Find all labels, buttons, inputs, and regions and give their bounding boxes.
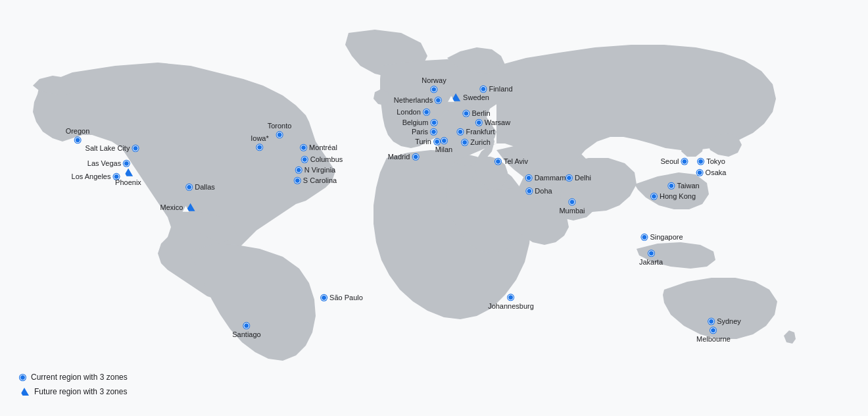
location-label: Iowa* — [251, 134, 269, 143]
location-label: Oregon — [66, 126, 90, 136]
dot-marker — [668, 182, 674, 188]
dot-marker — [244, 323, 250, 328]
location-label: Frankfurt — [466, 127, 494, 136]
map-legend: Current region with 3 zones Future regio… — [20, 373, 128, 396]
location-label: Las Vegas — [87, 159, 121, 168]
dot-marker — [295, 177, 301, 183]
dot-marker — [641, 234, 647, 240]
location-frankfurt: Frankfurt — [457, 127, 494, 136]
location-delhi: Delhi — [566, 173, 591, 182]
dot-marker — [710, 327, 716, 333]
dot-marker — [74, 138, 80, 143]
dot-marker — [435, 97, 441, 103]
legend-future: Future region with 3 zones — [20, 387, 128, 396]
location-label: Tokyo — [706, 157, 725, 166]
location-warsaw: Warsaw — [476, 118, 510, 127]
location-belgium: Belgium — [402, 118, 437, 127]
location-hong-kong: Hong Kong — [651, 192, 696, 201]
dot-marker — [566, 174, 572, 180]
map-container: OregonSalt Lake CityIowa*Las VegasLos An… — [0, 0, 868, 416]
location-label: Delhi — [575, 173, 591, 182]
dot-marker — [431, 119, 437, 125]
dot-marker — [463, 110, 469, 116]
dot-marker — [682, 158, 688, 164]
location-singapore: Singapore — [641, 232, 683, 242]
location-label: Doha — [535, 186, 552, 195]
location-tokyo: Tokyo — [698, 157, 725, 166]
location-osaka: Osaka — [697, 168, 727, 177]
dot-marker — [132, 145, 138, 151]
location-label: Toronto — [268, 121, 292, 130]
dot-marker — [462, 139, 468, 145]
location-label: Taiwan — [677, 181, 699, 190]
location-label: Dammam — [535, 173, 566, 182]
location-dallas: Dallas — [186, 182, 215, 192]
location-norway: Norway — [422, 76, 446, 92]
dot-marker — [257, 145, 263, 151]
location-las-vegas: Las Vegas — [87, 159, 130, 168]
location-label: Norway — [422, 76, 446, 85]
location-mexico: Mexico — [160, 203, 195, 212]
location-netherlands: Netherlands — [394, 95, 441, 105]
dot-marker — [648, 250, 654, 256]
location-salt-lake-city: Salt Lake City — [85, 143, 139, 153]
dot-marker — [431, 87, 437, 93]
location-label: Finland — [489, 84, 512, 93]
dot-marker — [480, 86, 486, 91]
location-sydney: Sydney — [708, 317, 741, 326]
dot-marker — [276, 132, 282, 138]
location-label: Madrid — [388, 152, 410, 161]
location-milan: Milan — [435, 138, 452, 154]
location-label: São Paulo — [329, 293, 363, 302]
location-label: Warsaw — [485, 118, 510, 127]
location-s-carolina: S Carolina — [295, 176, 337, 185]
location-montréal: Montréal — [301, 143, 337, 152]
location-label: Berlin — [471, 109, 490, 118]
location-label: Mumbai — [559, 206, 585, 215]
location-toronto: Toronto — [268, 121, 292, 138]
dot-marker — [412, 153, 418, 159]
dot-marker — [697, 169, 703, 175]
location-label: Johannesburg — [488, 301, 534, 311]
dot-marker — [508, 294, 514, 300]
location-seoul: Seoul — [660, 157, 687, 166]
location-santiago: Santiago — [232, 323, 260, 339]
location-label: Los Angeles — [72, 172, 111, 181]
dot-marker — [698, 158, 704, 164]
triangle-marker — [451, 93, 460, 101]
location-label: Sydney — [717, 317, 741, 326]
dot-marker — [423, 109, 429, 115]
legend-triangle-icon — [20, 388, 29, 396]
location-los-angeles: Los Angeles — [72, 172, 120, 181]
location-label: S Carolina — [303, 176, 337, 185]
location-iowa: Iowa* — [251, 134, 269, 150]
location-sweden: Sweden — [451, 93, 489, 102]
location-label: Osaka — [706, 168, 727, 177]
dot-marker — [526, 188, 532, 194]
location-label: Montréal — [309, 143, 337, 152]
location-label: Salt Lake City — [85, 143, 130, 153]
location-label: Sweden — [463, 93, 489, 102]
location-columbus: Columbus — [302, 155, 343, 164]
location-oregon: Oregon — [66, 126, 90, 143]
location-mumbai: Mumbai — [559, 199, 585, 215]
location-label: Jakarta — [639, 257, 663, 267]
location-melbourne: Melbourne — [696, 327, 731, 344]
location-label: Mexico — [160, 203, 183, 212]
location-label: Turin — [415, 137, 431, 146]
location-label: Dallas — [195, 182, 215, 192]
dot-marker — [296, 167, 302, 172]
dot-marker — [186, 184, 192, 190]
dot-marker — [302, 156, 308, 162]
location-label: Hong Kong — [660, 192, 696, 201]
dot-marker — [526, 174, 532, 180]
location-label: Zurich — [470, 138, 491, 147]
dot-marker — [495, 158, 501, 164]
location-berlin: Berlin — [463, 109, 490, 118]
location-label: Seoul — [660, 157, 679, 166]
location-madrid: Madrid — [388, 152, 419, 161]
location-label: Columbus — [310, 155, 343, 164]
location-paris: Paris — [412, 127, 437, 136]
location-doha: Doha — [526, 186, 552, 195]
dot-marker — [124, 160, 130, 166]
